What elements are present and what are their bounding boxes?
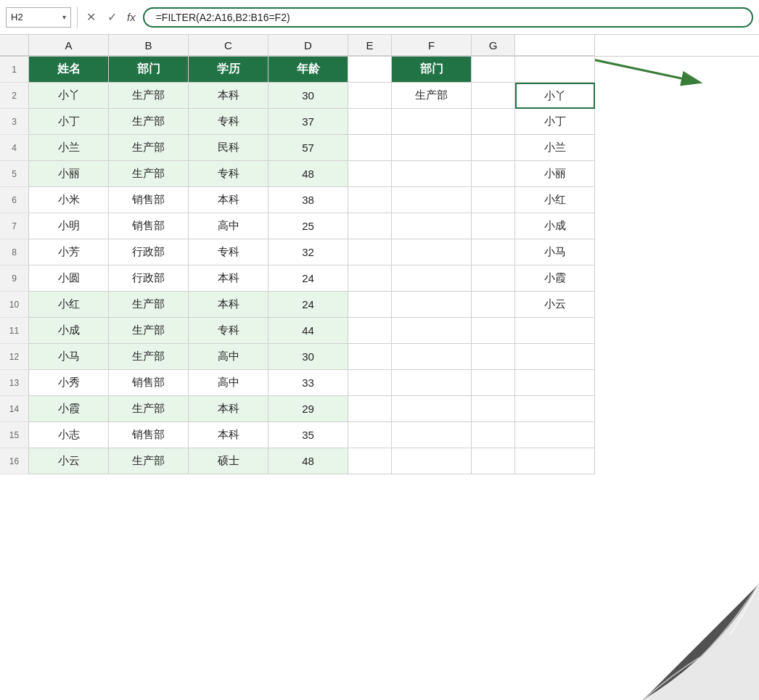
cell-e4[interactable] [348,135,392,161]
col-header-c[interactable]: C [189,35,268,56]
cell-e6[interactable] [348,187,392,213]
col-header-f[interactable]: F [392,35,472,56]
cell-g1[interactable] [472,57,515,83]
cell-f4[interactable] [392,135,472,161]
cell-a9[interactable]: 小圆 [29,265,109,292]
cell-h11[interactable] [515,318,595,344]
cell-a13[interactable]: 小秀 [29,370,109,396]
cell-f7[interactable] [392,213,472,239]
col-header-d[interactable]: D [268,35,348,56]
cell-b12[interactable]: 生产部 [109,344,189,370]
cell-a3[interactable]: 小丁 [29,109,109,135]
cell-c4[interactable]: 民科 [189,135,268,161]
check-icon[interactable]: ✓ [104,9,120,25]
formula-input[interactable]: =FILTER(A2:A16,B2:B16=F2) [143,7,753,28]
cell-a16[interactable]: 小云 [29,448,109,474]
cell-h9[interactable]: 小霞 [515,265,595,292]
cell-a7[interactable]: 小明 [29,213,109,239]
cell-h7[interactable]: 小成 [515,213,595,239]
cell-h2[interactable]: 小丫 [515,83,595,109]
cell-f12[interactable] [392,344,472,370]
cell-b4[interactable]: 生产部 [109,135,189,161]
cell-e7[interactable] [348,213,392,239]
cell-d5[interactable]: 48 [268,161,348,187]
cell-f16[interactable] [392,448,472,474]
cell-c3[interactable]: 专科 [189,109,268,135]
cell-c1[interactable]: 学历 [189,57,268,83]
col-header-b[interactable]: B [109,35,189,56]
cell-g14[interactable] [472,396,515,422]
cell-d13[interactable]: 33 [268,370,348,396]
cell-g10[interactable] [472,292,515,318]
cell-f14[interactable] [392,396,472,422]
cell-h8[interactable]: 小马 [515,239,595,265]
cell-d12[interactable]: 30 [268,344,348,370]
cell-d1[interactable]: 年龄 [268,57,348,83]
cell-f6[interactable] [392,187,472,213]
cell-b2[interactable]: 生产部 [109,83,189,109]
cell-reference-box[interactable]: H2 ▾ [6,7,71,28]
cell-b13[interactable]: 销售部 [109,370,189,396]
cell-g12[interactable] [472,344,515,370]
cell-g5[interactable] [472,161,515,187]
cell-c14[interactable]: 本科 [189,396,268,422]
cell-h13[interactable] [515,370,595,396]
cell-e3[interactable] [348,109,392,135]
cell-h12[interactable] [515,344,595,370]
cell-h15[interactable] [515,422,595,448]
cell-c9[interactable]: 本科 [189,265,268,292]
cell-g6[interactable] [472,187,515,213]
cell-h10[interactable]: 小云 [515,292,595,318]
cell-c12[interactable]: 高中 [189,344,268,370]
cell-f3[interactable] [392,109,472,135]
cell-d10[interactable]: 24 [268,292,348,318]
cell-d16[interactable]: 48 [268,448,348,474]
cell-e1[interactable] [348,57,392,83]
cell-c8[interactable]: 专科 [189,239,268,265]
cell-a10[interactable]: 小红 [29,292,109,318]
cell-h14[interactable] [515,396,595,422]
cell-a5[interactable]: 小丽 [29,161,109,187]
cell-a11[interactable]: 小成 [29,318,109,344]
cell-g16[interactable] [472,448,515,474]
cell-b8[interactable]: 行政部 [109,239,189,265]
cell-h4[interactable]: 小兰 [515,135,595,161]
cell-h5[interactable]: 小丽 [515,161,595,187]
cell-e9[interactable] [348,265,392,292]
cell-b11[interactable]: 生产部 [109,318,189,344]
cell-b6[interactable]: 销售部 [109,187,189,213]
cell-g9[interactable] [472,265,515,292]
cell-c11[interactable]: 专科 [189,318,268,344]
cancel-icon[interactable]: ✕ [83,9,99,25]
cell-f1[interactable]: 部门 [392,57,472,83]
cell-f10[interactable] [392,292,472,318]
cell-f5[interactable] [392,161,472,187]
cell-e15[interactable] [348,422,392,448]
cell-g13[interactable] [472,370,515,396]
cell-g8[interactable] [472,239,515,265]
cell-f2[interactable]: 生产部 [392,83,472,109]
cell-e11[interactable] [348,318,392,344]
cell-c7[interactable]: 高中 [189,213,268,239]
cell-a8[interactable]: 小芳 [29,239,109,265]
cell-b14[interactable]: 生产部 [109,396,189,422]
cell-b10[interactable]: 生产部 [109,292,189,318]
cell-b16[interactable]: 生产部 [109,448,189,474]
cell-d15[interactable]: 35 [268,422,348,448]
cell-a1[interactable]: 姓名 [29,57,109,83]
cell-e13[interactable] [348,370,392,396]
cell-d7[interactable]: 25 [268,213,348,239]
cell-e16[interactable] [348,448,392,474]
cell-g3[interactable] [472,109,515,135]
cell-h3[interactable]: 小丁 [515,109,595,135]
cell-a15[interactable]: 小志 [29,422,109,448]
cell-a6[interactable]: 小米 [29,187,109,213]
cell-g7[interactable] [472,213,515,239]
col-header-g[interactable]: G [472,35,515,56]
cell-d8[interactable]: 32 [268,239,348,265]
cell-b1[interactable]: 部门 [109,57,189,83]
cell-d2[interactable]: 30 [268,83,348,109]
cell-g11[interactable] [472,318,515,344]
cell-c13[interactable]: 高中 [189,370,268,396]
cell-h6[interactable]: 小红 [515,187,595,213]
